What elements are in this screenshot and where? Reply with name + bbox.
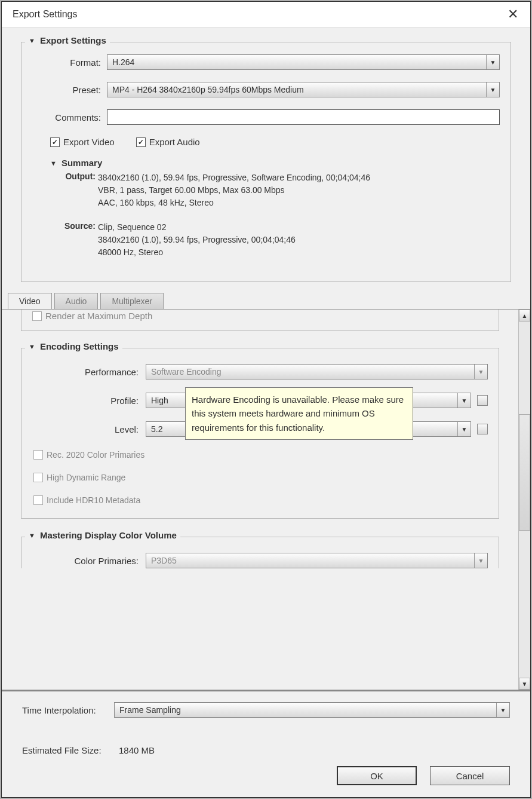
export-settings-group: ▼ Export Settings Format: H.264 ▼ Preset… [21, 42, 511, 282]
chevron-down-icon: ▼ [486, 55, 499, 69]
time-interpolation-value: Frame Sampling [119, 705, 181, 715]
checkbox-unchecked [33, 495, 43, 505]
chevron-down-icon: ▼ [474, 553, 487, 568]
chevron-down-icon: ▼ [486, 82, 499, 97]
tab-video[interactable]: Video [8, 293, 52, 309]
mdcv-header: Mastering Display Color Volume [40, 530, 177, 540]
hdr-checkbox: High Dynamic Range [32, 473, 488, 482]
checkbox-unchecked [33, 450, 43, 460]
export-settings-header: Export Settings [40, 35, 106, 45]
scroll-down-icon[interactable]: ▼ [519, 678, 530, 690]
summary-collapse[interactable]: ▼ Summary [50, 158, 500, 168]
preset-dropdown[interactable]: MP4 - H264 3840x2160p 59.94fps 60Mbps Me… [107, 82, 500, 97]
source-label: Source: [59, 221, 98, 259]
level-reset-box[interactable] [477, 424, 488, 434]
encoding-collapse[interactable]: ▼ Encoding Settings [25, 341, 122, 351]
preset-label: Preset: [32, 85, 107, 95]
dialog-footer: Time Interpolation: Frame Sampling ▼ Est… [2, 690, 530, 797]
triangle-down-icon: ▼ [50, 160, 57, 167]
encoding-settings-group: ▼ Encoding Settings Performance: Softwar… [21, 348, 499, 519]
tab-audio[interactable]: Audio [54, 293, 99, 309]
estimated-file-size-label: Estimated File Size: [22, 745, 114, 755]
output-summary: 3840x2160 (1.0), 59.94 fps, Progressive,… [98, 172, 500, 209]
ok-button[interactable]: OK [337, 766, 417, 785]
export-audio-label: Export Audio [149, 137, 200, 147]
color-primaries-value: P3D65 [151, 556, 177, 565]
close-icon[interactable]: ✕ [504, 5, 522, 23]
format-label: Format: [32, 57, 107, 68]
output-label: Output: [59, 172, 98, 209]
vertical-scrollbar[interactable]: ▲ ▼ [518, 310, 530, 690]
chevron-down-icon: ▼ [496, 703, 509, 717]
rec2020-checkbox: Rec. 2020 Color Primaries [32, 450, 488, 460]
chevron-down-icon: ▼ [474, 365, 487, 379]
estimated-file-size-value: 1840 MB [114, 745, 155, 755]
color-primaries-label: Color Primaries: [32, 556, 146, 566]
color-primaries-dropdown: P3D65 ▼ [146, 553, 488, 568]
chevron-down-icon: ▼ [457, 393, 471, 408]
checkmark-icon: ✓ [50, 137, 60, 147]
format-value: H.264 [112, 57, 134, 67]
scroll-thumb[interactable] [519, 414, 530, 531]
chevron-down-icon: ▼ [457, 422, 471, 436]
source-summary: Clip, Sequence 02 3840x2160 (1.0), 59.94… [98, 221, 500, 259]
level-value: 5.2 [151, 424, 162, 434]
performance-value: Software Encoding [151, 367, 222, 376]
encoding-header: Encoding Settings [40, 341, 119, 351]
export-video-label: Export Video [63, 137, 115, 147]
profile-label: Profile: [32, 396, 146, 406]
export-settings-collapse[interactable]: ▼ Export Settings [25, 35, 110, 45]
triangle-down-icon: ▼ [29, 37, 35, 44]
cancel-button[interactable]: Cancel [430, 766, 510, 785]
tab-multiplexer[interactable]: Multiplexer [100, 293, 164, 309]
prev-group-cut: Render at Maximum Depth [21, 310, 499, 331]
checkbox-unchecked [33, 473, 43, 482]
summary-header: Summary [61, 158, 102, 168]
checkbox-unchecked[interactable] [32, 311, 42, 321]
mdcv-collapse[interactable]: ▼ Mastering Display Color Volume [25, 530, 180, 540]
comments-label: Comments: [32, 112, 107, 123]
dialog-title: Export Settings [13, 9, 78, 20]
performance-label: Performance: [32, 367, 146, 377]
triangle-down-icon: ▼ [29, 532, 35, 539]
time-interpolation-dropdown[interactable]: Frame Sampling ▼ [114, 702, 510, 718]
scroll-track[interactable] [519, 322, 530, 678]
export-video-checkbox[interactable]: ✓ Export Video [50, 137, 115, 147]
time-interpolation-label: Time Interpolation: [22, 705, 114, 715]
profile-reset-box[interactable] [477, 395, 488, 406]
performance-dropdown[interactable]: Software Encoding ▼ [146, 364, 488, 379]
export-audio-checkbox[interactable]: ✓ Export Audio [136, 137, 200, 147]
checkmark-icon: ✓ [136, 137, 146, 147]
format-dropdown[interactable]: H.264 ▼ [107, 54, 500, 70]
hdr10-checkbox: Include HDR10 Metadata [32, 495, 488, 505]
titlebar: Export Settings ✕ [2, 2, 530, 27]
profile-value: High [151, 396, 168, 405]
triangle-down-icon: ▼ [29, 343, 35, 350]
level-label: Level: [32, 424, 146, 434]
export-settings-dialog: Export Settings ✕ ▼ Export Settings Form… [1, 1, 531, 798]
scroll-up-icon[interactable]: ▲ [519, 310, 530, 322]
comments-input[interactable] [107, 109, 500, 125]
mdcv-group: ▼ Mastering Display Color Volume Color P… [21, 537, 499, 568]
hardware-encoding-tooltip: Hardware Encoding is unavailable. Please… [185, 387, 413, 440]
render-max-depth-label: Render at Maximum Depth [45, 311, 152, 321]
preset-value: MP4 - H264 3840x2160p 59.94fps 60Mbps Me… [112, 85, 304, 94]
